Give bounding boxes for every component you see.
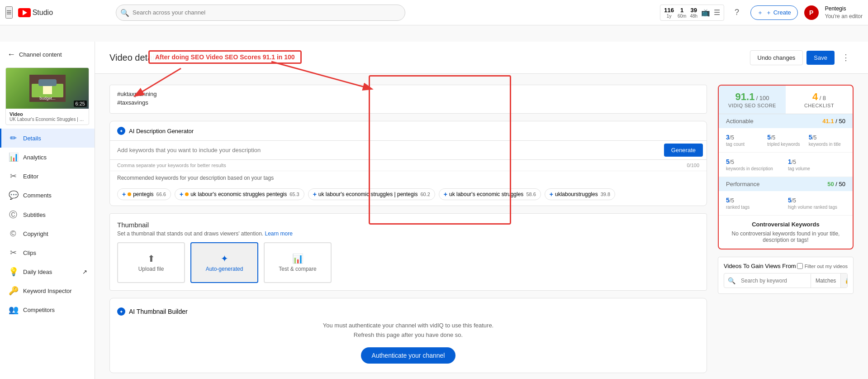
seo-tabs: 91.1 / 100 VIDIQ SEO SCORE 4 / 8 <box>719 86 853 114</box>
chip-score: 39.8 <box>601 192 610 197</box>
keyword-inspector-label: Keyword Inspector <box>23 288 72 294</box>
page-title: Video details <box>109 53 161 63</box>
ai-thumb-line2: Refresh this page after you have done so… <box>117 331 699 340</box>
stat-val-48h: 39 <box>691 7 697 14</box>
controversial-section: Controversial Keywords No controversial … <box>719 216 853 249</box>
sidebar-video-card: budget... 6:25 Video UK Labour's Economi… <box>5 67 89 125</box>
auto-generated-option[interactable]: ✦ Auto-generated <box>190 242 258 283</box>
actionable-score-sep: / <box>835 118 837 125</box>
chip-plus-icon: + <box>444 191 447 198</box>
checklist-total: / <box>820 95 821 101</box>
perf-score-val: 50 <box>827 181 834 187</box>
competitors-label: Competitors <box>23 307 55 313</box>
sidebar-item-analytics[interactable]: 📊 Analytics <box>0 148 95 167</box>
sidebar-item-editor[interactable]: ✂ Editor <box>0 167 95 186</box>
seo-tab-score[interactable]: 91.1 / 100 VIDIQ SEO SCORE <box>719 86 786 114</box>
analytics-label: Analytics <box>23 154 47 161</box>
actionable-score-total: 50 <box>839 118 845 125</box>
analytics-icon: 📊 <box>9 152 18 162</box>
chip-uk-struggles-bar-pentegis[interactable]: + uk labour's economic struggles | pente… <box>308 188 435 200</box>
ai-thumb-line1: You must authenticate your channel with … <box>117 321 699 331</box>
stat-1y: 116 1y <box>664 7 674 19</box>
stat-val-1y: 116 <box>664 7 674 14</box>
authenticate-button[interactable]: Authenticate your channel <box>361 347 456 364</box>
keyword-chips: + pentegis 66.6 + uk labour's economic s… <box>110 185 707 206</box>
create-plus-icon: ＋ <box>757 9 763 17</box>
sidebar-item-competitors[interactable]: 👥 Competitors <box>0 300 95 319</box>
sidebar-item-subtitles[interactable]: Ⓒ Subtitles <box>0 205 95 225</box>
hamburger-button[interactable]: ≡ <box>5 6 13 19</box>
filter-option: Filter out my videos <box>797 263 848 269</box>
chip-label: pentegis <box>133 191 153 197</box>
sidebar-item-keyword-inspector[interactable]: 🔑 Keyword Inspector <box>0 281 95 300</box>
seo-tab-checklist[interactable]: 4 / 8 CHECKLIST <box>786 86 853 114</box>
sidebar-item-clips[interactable]: ✂ Clips <box>0 243 95 262</box>
search-input[interactable] <box>116 5 405 21</box>
undo-changes-button[interactable]: Undo changes <box>750 50 803 65</box>
yt-icon <box>18 8 31 17</box>
chip-uk-struggles-pentegis[interactable]: + uk labour's economic struggles pentegi… <box>175 188 304 200</box>
chip-plus-icon: + <box>550 191 553 198</box>
thumbnail-subtitle-text: Set a thumbnail that stands out and draw… <box>117 230 263 237</box>
help-button[interactable]: ? <box>730 5 744 20</box>
external-link-icon: ↗ <box>82 269 87 275</box>
metric-keywords-title-label: keywords in title <box>809 142 845 147</box>
user-role: You're an editor <box>825 13 863 20</box>
details-icon: ✏ <box>9 133 18 143</box>
ai-keyword-input[interactable] <box>110 142 660 158</box>
search-kw-icon: 🔍 <box>724 277 739 284</box>
details-header: Video details Undo changes Save ⋮ <box>95 42 868 74</box>
studio-label: Studio <box>33 9 53 17</box>
stats-menu-icon[interactable]: ☰ <box>714 8 720 17</box>
save-button[interactable]: Save <box>806 51 835 65</box>
chip-score: 58.6 <box>526 192 536 197</box>
sidebar-item-comments[interactable]: 💬 Comments <box>0 186 95 205</box>
metric-kw-desc-label: keywords in description <box>726 166 783 171</box>
youtube-logo: Studio <box>18 8 53 17</box>
create-button[interactable]: ＋ ＋ Create <box>750 5 798 20</box>
clips-label: Clips <box>23 249 36 256</box>
chip-pentegis[interactable]: + pentegis 66.6 <box>117 188 171 200</box>
seo-score-total: / <box>756 95 758 101</box>
editor-icon: ✂ <box>9 171 18 181</box>
more-options-button[interactable]: ⋮ <box>838 49 854 66</box>
chip-score: 66.6 <box>157 192 166 197</box>
seo-score-card: 91.1 / 100 VIDIQ SEO SCORE 4 / 8 <box>718 85 854 249</box>
sidebar-item-details[interactable]: ✏ Details <box>0 129 95 148</box>
actionable-label: Actionable <box>726 118 754 125</box>
stat-label-60m: 60m <box>678 14 686 19</box>
search-keyword-input[interactable] <box>739 274 811 288</box>
tags-section: #uktaxplanning #taxsavings <box>109 85 707 114</box>
filter-checkbox[interactable] <box>797 263 803 269</box>
comments-icon: 💬 <box>9 190 18 200</box>
test-compare-option[interactable]: 📊 Test & compare <box>264 242 332 283</box>
learn-more-link[interactable]: Learn more <box>265 230 293 237</box>
svg-text:budget...: budget... <box>39 96 55 101</box>
avatar[interactable]: P <box>804 5 819 20</box>
chip-uklabourstruggles[interactable]: + uklabourstruggles 39.8 <box>545 188 615 200</box>
actionable-score-val: 41.1 <box>822 118 834 125</box>
ai-header: ✦ AI Description Generator <box>110 121 707 140</box>
ai-title: AI Description Generator <box>129 128 194 134</box>
generate-button[interactable]: Generate <box>664 144 703 157</box>
topbar: ≡ Studio 🔍 116 1y 1 60m 39 48h <box>0 0 868 25</box>
sidebar-back-button[interactable]: ← Channel content <box>0 45 95 64</box>
tag-2: #taxsavings <box>117 99 699 106</box>
sidebar-nav: ✏ Details 📊 Analytics ✂ Editor 💬 Comment… <box>0 129 95 319</box>
svg-rect-3 <box>43 86 52 94</box>
sidebar-item-daily-ideas[interactable]: 💡 Daily Ideas ↗ <box>0 262 95 281</box>
sidebar-item-copyright[interactable]: © Copyright <box>0 225 95 243</box>
upload-file-option[interactable]: ⬆ Upload file <box>117 242 185 283</box>
ai-thumb-title: AI Thumbnail Builder <box>129 308 188 315</box>
char-count: 0/100 <box>687 163 699 168</box>
content-area: #uktaxplanning #taxsavings ✦ AI Descript… <box>95 74 868 379</box>
metric-ranked-label: ranked tags <box>726 205 783 210</box>
keyword-inspector-icon: 🔑 <box>9 286 18 296</box>
chip-uk-struggles[interactable]: + uk labour's economic struggles 58.6 <box>439 188 541 200</box>
metric-tag-vol-val: 1/5 <box>788 158 845 165</box>
metric-tripled-val: 5/5 <box>767 134 804 141</box>
metric-ranked-val: 5/5 <box>726 197 783 204</box>
controversial-body: No controversial keywords found in your … <box>726 230 845 243</box>
content-right: 91.1 / 100 VIDIQ SEO SCORE 4 / 8 <box>718 85 854 373</box>
svg-rect-2 <box>38 79 57 86</box>
